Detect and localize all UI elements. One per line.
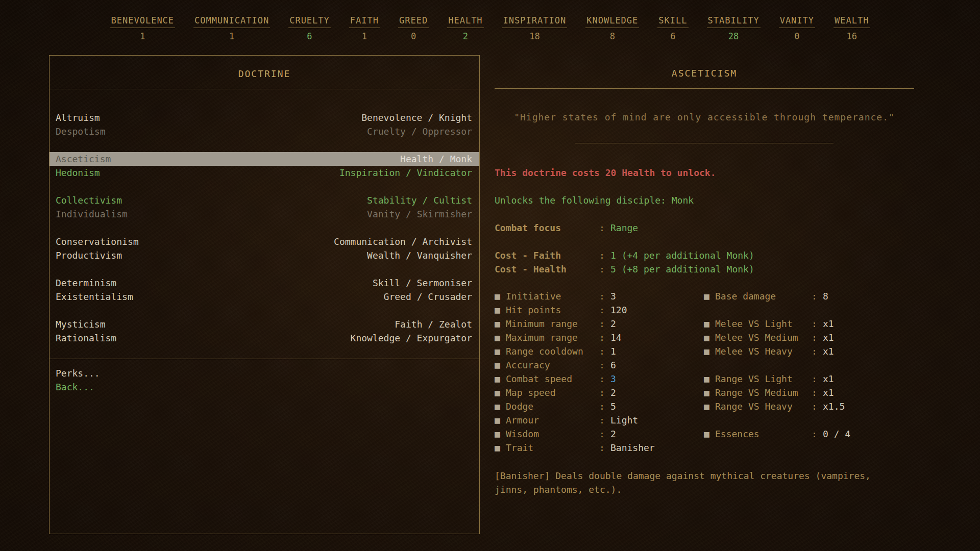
menu-item-perks[interactable]: Perks...	[50, 366, 479, 380]
doctrine-group: Asceticism Health / Monk Hedonism Inspir…	[50, 152, 479, 180]
doctrine-name: Determinism	[56, 276, 116, 290]
cost-value: 1 (+4 per additional Monk)	[610, 248, 754, 262]
doctrine-quote: "Higher states of mind are only accessib…	[495, 110, 914, 124]
stat-row-trait: ■ Trait : Banisher	[495, 441, 704, 455]
separator: :	[599, 331, 610, 344]
resource-value: 1	[229, 31, 234, 41]
square-bullet-icon: ■	[495, 427, 506, 441]
resource-stability: STABILITY 28	[707, 15, 761, 41]
disciple-stats-right-column: ■ Base damage : 8 ■ Melee VS Light : x1 …	[704, 289, 914, 455]
disciple-stats-left-column: ■ Initiative : 3 ■ Hit points : 120 ■ Mi…	[495, 289, 704, 455]
stat-value: x1	[823, 344, 834, 358]
resource-value: 6	[670, 31, 675, 41]
resource-label: SKILL	[657, 15, 688, 28]
combat-focus-value: Range	[610, 221, 638, 235]
stat-value: 120	[610, 303, 627, 317]
doctrine-row-altruism[interactable]: Altruism Benevolence / Knight	[50, 111, 479, 124]
stat-label: Trait	[506, 441, 599, 455]
stat-spacer	[704, 303, 914, 317]
resources-bar: BENEVOLENCE 1 COMMUNICATION 1 CRUELTY 6 …	[0, 15, 980, 41]
doctrine-row-rationalism[interactable]: Rationalism Knowledge / Expurgator	[50, 331, 479, 345]
doctrine-row-conservationism[interactable]: Conservationism Communication / Archivis…	[50, 235, 479, 248]
stat-row-accuracy: ■ Accuracy : 6	[495, 358, 704, 372]
doctrine-name: Collectivism	[56, 193, 122, 207]
stat-label: Essences	[715, 427, 812, 441]
doctrine-requirement: Health / Monk	[400, 152, 472, 166]
combat-focus-label: Combat focus	[495, 221, 599, 235]
stat-value: x1	[823, 386, 834, 399]
separator: :	[599, 413, 610, 427]
resource-label: VANITY	[779, 15, 815, 28]
stat-value: 6	[610, 358, 616, 372]
stat-value: 8	[823, 289, 828, 303]
doctrine-row-productivism[interactable]: Productivism Wealth / Vanquisher	[50, 248, 479, 262]
resource-label: GREED	[398, 15, 429, 28]
doctrine-row-collectivism[interactable]: Collectivism Stability / Cultist	[50, 193, 479, 207]
menu-item-back[interactable]: Back...	[50, 380, 479, 394]
doctrine-row-asceticism[interactable]: Asceticism Health / Monk	[50, 152, 479, 166]
square-bullet-icon: ■	[495, 344, 506, 358]
square-bullet-icon: ■	[704, 331, 715, 344]
stat-row-range-cooldown: ■ Range cooldown : 1	[495, 344, 704, 358]
stat-row-map-speed: ■ Map speed : 2	[495, 386, 704, 399]
resource-label: STABILITY	[707, 15, 761, 28]
resource-wealth: WEALTH 16	[834, 15, 870, 41]
separator: :	[599, 358, 610, 372]
stat-label: Melee VS Medium	[715, 331, 812, 344]
unlock-cost-text: This doctrine costs 20 Health to unlock.	[495, 166, 914, 180]
resource-value: 1	[362, 31, 367, 41]
doctrine-name: Asceticism	[56, 152, 111, 166]
stat-row-essences: ■ Essences : 0 / 4	[704, 427, 914, 441]
doctrine-row-mysticism[interactable]: Mysticism Faith / Zealot	[50, 317, 479, 331]
square-bullet-icon: ■	[495, 331, 506, 344]
square-bullet-icon: ■	[495, 413, 506, 427]
doctrine-row-individualism[interactable]: Individualism Vanity / Skirmisher	[50, 207, 479, 221]
doctrine-requirement: Wealth / Vanquisher	[367, 248, 472, 262]
stat-label: Minimum range	[506, 317, 599, 331]
doctrine-list: Altruism Benevolence / Knight Despotism …	[50, 89, 479, 345]
resource-faith: FAITH 1	[349, 15, 380, 41]
doctrine-name: Rationalism	[56, 331, 116, 345]
cost-row-faith: Cost - Faith : 1 (+4 per additional Monk…	[495, 248, 914, 262]
doctrine-row-existentialism[interactable]: Existentialism Greed / Crusader	[50, 290, 479, 304]
doctrine-name: Conservationism	[56, 235, 139, 248]
separator: :	[599, 372, 610, 386]
stat-row-armour: ■ Armour : Light	[495, 413, 704, 427]
doctrine-row-determinism[interactable]: Determinism Skill / Sermoniser	[50, 276, 479, 290]
stat-spacer	[704, 413, 914, 427]
square-bullet-icon: ■	[495, 358, 506, 372]
separator: :	[599, 427, 610, 441]
square-bullet-icon: ■	[704, 427, 715, 441]
resource-value: 16	[847, 31, 857, 41]
stat-value: x1.5	[823, 399, 845, 413]
stat-value: 0 / 4	[823, 427, 850, 441]
doctrine-requirement: Faith / Zealot	[395, 317, 472, 331]
stat-label: Dodge	[506, 399, 599, 413]
resource-value: 8	[610, 31, 615, 41]
stat-label: Range cooldown	[506, 344, 599, 358]
resource-label: FAITH	[349, 15, 380, 28]
resource-label: KNOWLEDGE	[585, 15, 639, 28]
doctrine-requirement: Stability / Cultist	[367, 193, 472, 207]
stat-value: 2	[610, 427, 616, 441]
doctrine-requirement: Cruelty / Oppressor	[367, 124, 472, 138]
stat-label: Melee VS Light	[715, 317, 812, 331]
doctrine-name: Productivism	[56, 248, 122, 262]
doctrine-details-panel: ASCETICISM "Higher states of mind are on…	[495, 55, 914, 496]
resource-value: 18	[529, 31, 540, 41]
doctrine-requirement: Greed / Crusader	[384, 290, 472, 304]
doctrine-panel: DOCTRINE Altruism Benevolence / Knight D…	[49, 55, 480, 534]
doctrine-name: Individualism	[56, 207, 128, 221]
square-bullet-icon: ■	[495, 386, 506, 399]
doctrine-requirement: Communication / Archivist	[334, 235, 472, 248]
doctrine-row-despotism[interactable]: Despotism Cruelty / Oppressor	[50, 124, 479, 138]
resource-communication: COMMUNICATION 1	[193, 15, 270, 41]
stat-value: 14	[610, 331, 622, 344]
resource-value: 28	[728, 31, 739, 41]
resource-value: 1	[140, 31, 145, 41]
stat-label: Melee VS Heavy	[715, 344, 812, 358]
cost-row-health: Cost - Health : 5 (+8 per additional Mon…	[495, 262, 914, 276]
doctrine-row-hedonism[interactable]: Hedonism Inspiration / Vindicator	[50, 166, 479, 180]
stat-value: Light	[610, 413, 638, 427]
stat-label: Wisdom	[506, 427, 599, 441]
